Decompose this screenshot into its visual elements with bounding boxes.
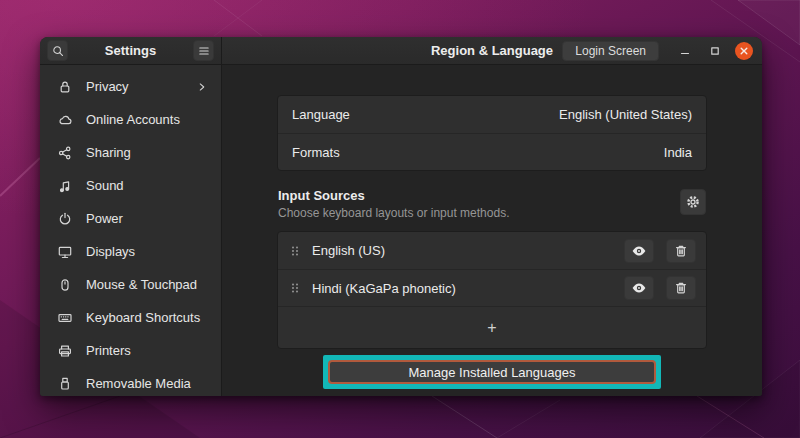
input-sources-options-button[interactable] xyxy=(680,189,706,215)
search-icon xyxy=(51,44,65,58)
share-icon xyxy=(57,145,73,161)
sound-icon xyxy=(57,178,73,194)
trash-icon xyxy=(673,243,689,259)
remove-source-button[interactable] xyxy=(666,276,696,300)
sidebar-item-sound[interactable]: Sound xyxy=(40,169,221,202)
preview-layout-button[interactable] xyxy=(624,276,654,300)
sidebar-item-label: Keyboard Shortcuts xyxy=(86,310,209,325)
gear-icon xyxy=(685,194,701,210)
lock-icon xyxy=(57,79,73,95)
sidebar: Privacy Online Accounts Sharing xyxy=(40,65,222,396)
mouse-icon xyxy=(57,277,73,293)
add-input-source-button[interactable]: + xyxy=(278,306,706,348)
eye-icon xyxy=(631,280,647,296)
window-body: Privacy Online Accounts Sharing xyxy=(40,65,762,396)
annotation-highlight: Manage Installed Languages xyxy=(323,355,661,389)
input-source-row-english-us[interactable]: English (US) xyxy=(278,232,706,269)
sidebar-item-label: Online Accounts xyxy=(86,112,209,127)
display-icon xyxy=(57,244,73,260)
sidebar-item-label: Mouse & Touchpad xyxy=(86,277,209,292)
drag-dots-icon xyxy=(290,280,300,296)
drag-handle-icon[interactable] xyxy=(290,280,300,296)
content-headerbar: Region & Language Login Screen xyxy=(222,37,762,64)
language-row[interactable]: Language English (United States) xyxy=(278,96,706,133)
sidebar-item-displays[interactable]: Displays xyxy=(40,235,221,268)
printer-icon xyxy=(57,343,73,359)
settings-window: Settings Region & Language Login Screen xyxy=(40,37,762,396)
maximize-button[interactable] xyxy=(705,41,725,61)
region-formats-card: Language English (United States) Formats… xyxy=(277,95,707,171)
sidebar-item-label: Sharing xyxy=(86,145,209,160)
remove-source-button[interactable] xyxy=(666,239,696,263)
minimize-button[interactable] xyxy=(675,41,695,61)
input-sources-title: Input Sources xyxy=(278,188,672,203)
login-screen-button[interactable]: Login Screen xyxy=(562,41,659,61)
keyboard-icon xyxy=(57,310,73,326)
search-button[interactable] xyxy=(47,40,68,61)
sidebar-item-label: Privacy xyxy=(86,79,182,94)
sidebar-item-keyboard-shortcuts[interactable]: Keyboard Shortcuts xyxy=(40,301,221,334)
region-language-panel: Language English (United States) Formats… xyxy=(222,65,762,396)
chevron-right-icon xyxy=(195,80,209,94)
language-value: English (United States) xyxy=(559,107,692,122)
app-title: Settings xyxy=(68,43,193,58)
usb-icon xyxy=(57,376,73,392)
close-icon xyxy=(739,46,749,56)
input-sources-header: Input Sources Choose keyboard layouts or… xyxy=(278,188,706,220)
close-button[interactable] xyxy=(735,42,753,60)
input-source-name: Hindi (KaGaPa phonetic) xyxy=(312,281,612,296)
sidebar-item-power[interactable]: Power xyxy=(40,202,221,235)
drag-dots-icon xyxy=(290,243,300,259)
sidebar-item-printers[interactable]: Printers xyxy=(40,334,221,367)
input-sources-list: English (US) xyxy=(277,231,707,349)
sidebar-item-privacy[interactable]: Privacy xyxy=(40,70,221,103)
manage-installed-languages-button[interactable]: Manage Installed Languages xyxy=(328,360,656,384)
formats-label: Formats xyxy=(292,145,340,160)
formats-row[interactable]: Formats India xyxy=(278,133,706,170)
sidebar-item-mouse-touchpad[interactable]: Mouse & Touchpad xyxy=(40,268,221,301)
maximize-icon xyxy=(709,45,721,57)
formats-value: India xyxy=(664,145,692,160)
drag-handle-icon[interactable] xyxy=(290,243,300,259)
preview-layout-button[interactable] xyxy=(624,239,654,263)
menu-button[interactable] xyxy=(193,40,214,61)
eye-icon xyxy=(631,243,647,259)
sidebar-item-online-accounts[interactable]: Online Accounts xyxy=(40,103,221,136)
trash-icon xyxy=(673,280,689,296)
sidebar-item-removable-media[interactable]: Removable Media xyxy=(40,367,221,396)
sidebar-item-label: Sound xyxy=(86,178,209,193)
menu-icon xyxy=(197,44,211,58)
titlebar: Settings Region & Language Login Screen xyxy=(40,37,762,65)
plus-icon: + xyxy=(487,319,496,337)
cloud-icon xyxy=(57,112,73,128)
sidebar-item-sharing[interactable]: Sharing xyxy=(40,136,221,169)
minimize-icon xyxy=(679,45,691,57)
input-source-name: English (US) xyxy=(312,243,612,258)
sidebar-item-label: Removable Media xyxy=(86,376,209,391)
sidebar-item-label: Printers xyxy=(86,343,209,358)
sidebar-headerbar: Settings xyxy=(40,37,222,64)
input-sources-subtitle: Choose keyboard layouts or input methods… xyxy=(278,206,672,220)
sidebar-item-label: Power xyxy=(86,211,209,226)
power-icon xyxy=(57,211,73,227)
sidebar-item-label: Displays xyxy=(86,244,209,259)
language-label: Language xyxy=(292,107,350,122)
input-source-row-hindi[interactable]: Hindi (KaGaPa phonetic) xyxy=(278,269,706,306)
